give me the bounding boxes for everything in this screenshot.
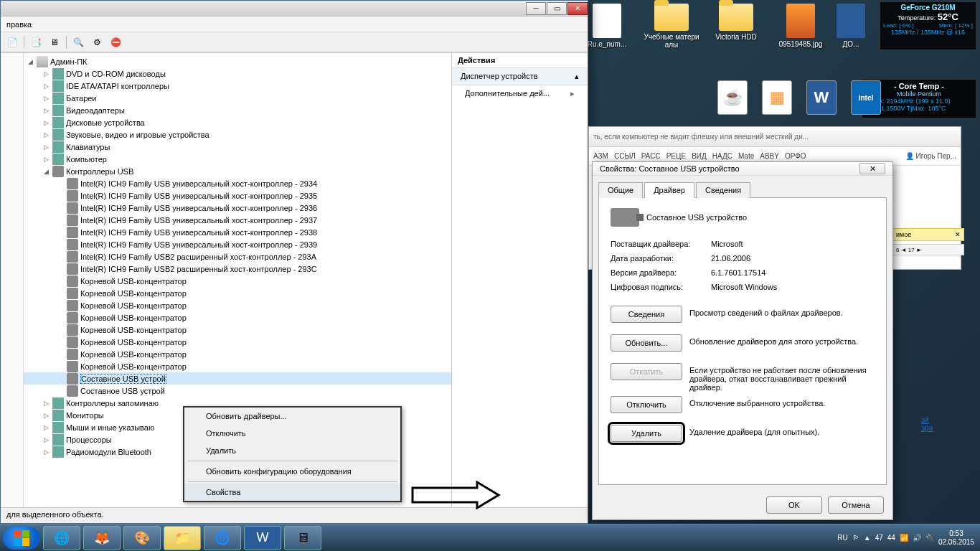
ribbon-tab[interactable]: Mate [738,152,754,160]
taskbar-item[interactable]: 📁 [164,526,201,550]
context-menu-item[interactable]: Обновить драйверы... [184,408,400,425]
taskbar-item[interactable]: W [244,526,281,550]
tree-item[interactable]: ▷DVD и CD-ROM дисководы [24,67,451,80]
tree-item[interactable]: Intel(R) ICH9 Family USB универсальный х… [24,202,451,214]
tree-item[interactable]: ▷Звуковые, видео и игровые устройства [24,128,451,141]
context-menu-item[interactable]: Отключить [184,425,400,442]
tree-item[interactable]: Корневой USB-концентратор [24,324,451,336]
tree-item[interactable]: ▷Дисковые устройства [24,116,451,128]
context-menu-item[interactable]: Удалить [184,442,400,459]
button-description: Обновление драйверов для этого устройств… [689,334,875,346]
word-link[interactable]: эйэра [921,416,933,432]
toolbar-btn[interactable]: 📑 [29,35,43,50]
tree-item[interactable]: ▷Компьютер [24,153,451,165]
tree-item[interactable]: Корневой USB-концентратор [24,348,451,360]
ribbon-tab[interactable]: ABBY [760,152,779,160]
tree-item[interactable]: Корневой USB-концентратор [24,336,451,348]
tree-item[interactable]: Intel(R) ICH9 Family USB2 расширенный хо… [24,263,451,275]
ribbon-tab[interactable]: РЕЦЕ [666,152,686,160]
driver-action-button[interactable]: Отключить [611,396,682,413]
tree-item[interactable]: ▷IDE ATA/ATAPI контроллеры [24,80,451,92]
tray-lang[interactable]: RU [837,534,847,542]
word-icon[interactable]: W [806,80,837,115]
tree-item[interactable]: ▷Клавиатуры [24,141,451,153]
tree-item[interactable]: ◢Контроллеры USB [24,165,451,177]
actions-main[interactable]: Диспетчер устройств▴ [452,68,588,85]
title-bar[interactable]: ─ ▭ ✕ [1,1,588,17]
tree-item[interactable]: Intel(R) ICH9 Family USB2 расширенный хо… [24,250,451,263]
ribbon-tab[interactable]: ССЫЛ [614,152,636,160]
ribbon-tab[interactable]: НАДС [712,152,732,160]
tree-item[interactable]: Intel(R) ICH9 Family USB универсальный х… [24,226,451,238]
taskbar-item[interactable]: 🦊 [83,526,121,550]
context-menu-item[interactable]: Обновить конфигурацию оборудования [184,463,400,480]
toolbar-btn[interactable]: ⛔ [108,35,123,50]
ribbon-tab[interactable]: АЗМ [593,152,608,160]
info-value: Microsoft Windows [711,283,875,291]
left-strip [1,53,24,507]
desktop-icon[interactable]: ДО... [837,4,865,49]
taskbar-item[interactable]: 🖥 [284,526,321,550]
tree-item[interactable]: ▷Батареи [24,92,451,104]
dialog-title: Свойства: Составное USB устройство [600,164,740,173]
tray-network-icon[interactable]: 📶 [900,534,908,542]
app-icon[interactable]: ▦ [762,80,792,115]
tree-item[interactable]: Корневой USB-концентратор [24,311,451,324]
tray-power-icon[interactable]: 🔌 [925,534,934,542]
menu-bar[interactable]: правка [1,17,588,32]
info-value: 6.1.7601.17514 [711,268,875,277]
driver-action-button[interactable]: Обновить... [611,334,682,352]
close-button[interactable]: ✕ [859,163,885,174]
tree-item[interactable]: Корневой USB-концентратор [24,360,451,372]
java-icon[interactable]: ☕ [717,80,748,115]
start-button[interactable] [3,527,40,550]
gpu-gadget: GeForce G210M Temperature: 52°C Load: [ … [880,1,976,50]
tree-item[interactable]: Составное USB устрой [24,385,451,397]
intel-icon[interactable]: intel [851,80,881,115]
tree-item[interactable]: Intel(R) ICH9 Family USB универсальный х… [24,189,451,202]
tree-item[interactable]: Составное USB устрой [24,372,451,385]
actions-sub[interactable]: Дополнительные дей... [452,85,588,101]
tray-clock[interactable]: 0:5302.06.2015 [938,529,974,547]
tab[interactable]: Сведения [696,182,750,198]
toolbar-btn[interactable]: ⚙ [90,35,104,50]
taskbar-item[interactable]: 🎨 [123,526,161,550]
tree-item[interactable]: ◢Админ-ПК [24,55,451,67]
dialog-title-bar[interactable]: Свойства: Составное USB устройство ✕ [593,162,892,176]
tree-item[interactable]: Intel(R) ICH9 Family USB универсальный х… [24,238,451,250]
desktop-icon[interactable]: Учебные материалы [643,4,700,49]
tree-item[interactable]: Корневой USB-концентратор [24,287,451,299]
ribbon-tab[interactable]: РАСС [641,152,661,160]
context-menu-item[interactable]: Свойства [184,484,400,501]
close-button[interactable]: ✕ [567,2,588,15]
tray-flag-icon[interactable]: 🏳 [852,534,859,542]
tray-volume-icon[interactable]: 🔊 [913,534,921,542]
ok-button[interactable]: OK [766,496,822,514]
tabs: ОбщиеДрайверСведения [598,182,887,198]
taskbar-item[interactable]: 🌀 [204,526,241,550]
annotation-arrow [409,481,502,509]
tab[interactable]: Драйвер [644,182,694,198]
tree-item[interactable]: ▷Видеоадаптеры [24,104,451,116]
toolbar-btn[interactable]: 📄 [5,35,19,50]
maximize-button[interactable]: ▭ [547,2,567,15]
ribbon-tab[interactable]: ОРФО [785,152,806,160]
tree-item[interactable]: Intel(R) ICH9 Family USB универсальный х… [24,177,451,189]
ribbon-tab[interactable]: ВИД [692,152,707,160]
tree-item[interactable]: Корневой USB-концентратор [24,299,451,311]
tree-item[interactable]: Intel(R) ICH9 Family USB универсальный х… [24,214,451,226]
desktop-icon[interactable]: Victoria HDD [707,4,765,49]
tree-item[interactable]: Корневой USB-концентратор [24,275,451,287]
toolbar-btn[interactable]: 🔍 [71,35,85,50]
driver-action-button[interactable]: Откатить [611,363,682,380]
desktop-icon[interactable]: 09519485.jpg [772,4,829,49]
minimize-button[interactable]: ─ [526,2,546,15]
user-label[interactable]: 👤 Игорь Пер... [905,152,956,160]
cancel-button[interactable]: Отмена [828,496,884,514]
toolbar-btn[interactable]: 🖥 [47,35,62,50]
system-tray[interactable]: RU 🏳 ▲ 47 44 📶 🔊 🔌 0:5302.06.2015 [837,529,980,547]
driver-action-button[interactable]: Сведения [611,306,682,323]
tab[interactable]: Общие [598,182,643,198]
taskbar-item[interactable]: 🌐 [43,526,80,550]
driver-action-button[interactable]: Удалить [611,425,682,442]
